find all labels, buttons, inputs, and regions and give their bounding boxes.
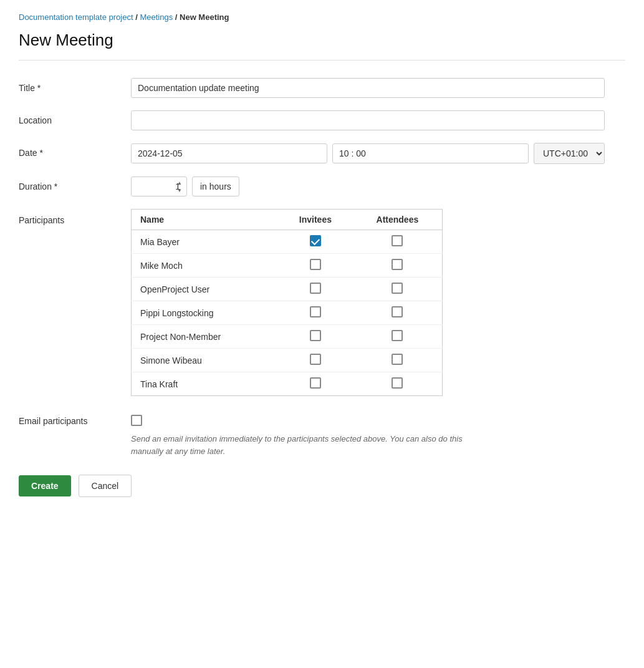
invitee-checkbox[interactable] <box>310 377 321 389</box>
col-header-name: Name <box>132 210 279 230</box>
invitee-cell <box>278 372 353 396</box>
attendee-cell <box>353 278 443 301</box>
attendee-cell <box>353 372 443 396</box>
table-row: OpenProject User <box>132 278 443 301</box>
attendee-cell <box>353 254 443 278</box>
duration-label: Duration * <box>19 177 131 191</box>
invitee-checkbox[interactable] <box>310 306 321 317</box>
invitee-cell <box>278 230 353 254</box>
table-row: Simone Wibeau <box>132 349 443 372</box>
email-participants-checkbox[interactable] <box>131 415 142 426</box>
invitee-checkbox[interactable] <box>310 283 321 294</box>
table-row: Mike Moch <box>132 254 443 278</box>
participants-table: Name Invitees Attendees Mia BayerMike Mo… <box>131 209 443 396</box>
attendee-cell <box>353 230 443 254</box>
duration-spinner: ▲ ▼ <box>175 180 185 194</box>
attendee-checkbox[interactable] <box>392 259 403 270</box>
invitee-cell <box>278 278 353 301</box>
duration-group: ▲ ▼ in hours <box>131 177 605 196</box>
date-input[interactable] <box>131 143 327 163</box>
duration-row: Duration * ▲ ▼ in hours <box>19 177 625 196</box>
participant-name: Mia Bayer <box>132 230 279 254</box>
date-row: Date * UTC+01:00 <box>19 143 625 164</box>
table-row: Mia Bayer <box>132 230 443 254</box>
attendee-checkbox[interactable] <box>392 235 403 246</box>
participants-table-header: Name Invitees Attendees <box>132 210 443 230</box>
duration-increment[interactable]: ▲ <box>175 180 185 186</box>
invitee-checkbox[interactable] <box>310 235 321 246</box>
create-button[interactable]: Create <box>19 475 71 496</box>
email-control: Send an email invitation immediately to … <box>131 415 493 457</box>
participants-label: Participants <box>19 209 131 225</box>
breadcrumb-current: New Meeting <box>180 12 229 22</box>
attendee-checkbox[interactable] <box>392 354 403 365</box>
invitee-checkbox[interactable] <box>310 354 321 365</box>
participants-row: Participants Name Invitees Attendees Mia… <box>19 209 625 396</box>
duration-unit-label: in hours <box>192 177 239 196</box>
title-divider <box>19 60 625 61</box>
table-row: Pippi Longstocking <box>132 301 443 325</box>
form-buttons: Create Cancel <box>19 475 625 497</box>
invitee-cell <box>278 301 353 325</box>
participants-tbody: Mia BayerMike MochOpenProject UserPippi … <box>132 230 443 396</box>
invitee-cell <box>278 349 353 372</box>
participant-name: Tina Kraft <box>132 372 279 396</box>
location-label: Location <box>19 110 131 125</box>
email-hint: Send an email invitation immediately to … <box>131 433 493 457</box>
participant-name: Simone Wibeau <box>132 349 279 372</box>
attendee-checkbox[interactable] <box>392 306 403 317</box>
email-participants-label: Email participants <box>19 415 131 426</box>
participant-name: OpenProject User <box>132 278 279 301</box>
participants-control: Name Invitees Attendees Mia BayerMike Mo… <box>131 209 605 396</box>
location-input[interactable] <box>131 110 605 130</box>
attendee-checkbox[interactable] <box>392 330 403 341</box>
email-row: Email participants Send an email invitat… <box>19 415 625 457</box>
col-header-invitees: Invitees <box>278 210 353 230</box>
email-section: Email participants Send an email invitat… <box>19 415 625 457</box>
attendee-checkbox[interactable] <box>392 283 403 294</box>
invitee-checkbox[interactable] <box>310 259 321 270</box>
title-input[interactable]: Documentation update meeting <box>131 78 605 98</box>
page-title: New Meeting <box>19 31 625 50</box>
date-control: UTC+01:00 <box>131 143 605 164</box>
title-row: Title * Documentation update meeting <box>19 78 625 98</box>
title-control: Documentation update meeting <box>131 78 605 98</box>
email-checkbox-wrapper <box>131 415 493 428</box>
breadcrumb-meetings[interactable]: Meetings <box>140 12 173 22</box>
meeting-form: Title * Documentation update meeting Loc… <box>19 78 625 409</box>
attendee-cell <box>353 325 443 349</box>
table-row: Tina Kraft <box>132 372 443 396</box>
invitee-checkbox[interactable] <box>310 330 321 341</box>
duration-control: ▲ ▼ in hours <box>131 177 605 196</box>
participant-name: Project Non-Member <box>132 325 279 349</box>
location-control <box>131 110 605 130</box>
date-time-group: UTC+01:00 <box>131 143 605 164</box>
time-input[interactable] <box>332 143 529 163</box>
breadcrumb-project[interactable]: Documentation template project <box>19 12 133 22</box>
participant-name: Mike Moch <box>132 254 279 278</box>
invitee-cell <box>278 254 353 278</box>
col-header-attendees: Attendees <box>353 210 443 230</box>
location-row: Location <box>19 110 625 130</box>
duration-input-wrapper: ▲ ▼ <box>131 177 187 196</box>
participant-name: Pippi Longstocking <box>132 301 279 325</box>
timezone-select[interactable]: UTC+01:00 <box>534 143 605 164</box>
title-label: Title * <box>19 78 131 93</box>
table-row: Project Non-Member <box>132 325 443 349</box>
duration-decrement[interactable]: ▼ <box>175 187 185 194</box>
attendee-cell <box>353 349 443 372</box>
date-label: Date * <box>19 143 131 158</box>
invitee-cell <box>278 325 353 349</box>
attendee-cell <box>353 301 443 325</box>
breadcrumb: Documentation template project / Meeting… <box>19 12 625 22</box>
participants-header-row: Name Invitees Attendees <box>132 210 443 230</box>
cancel-button[interactable]: Cancel <box>79 475 132 497</box>
breadcrumb-sep2: / <box>175 12 180 22</box>
attendee-checkbox[interactable] <box>392 377 403 389</box>
